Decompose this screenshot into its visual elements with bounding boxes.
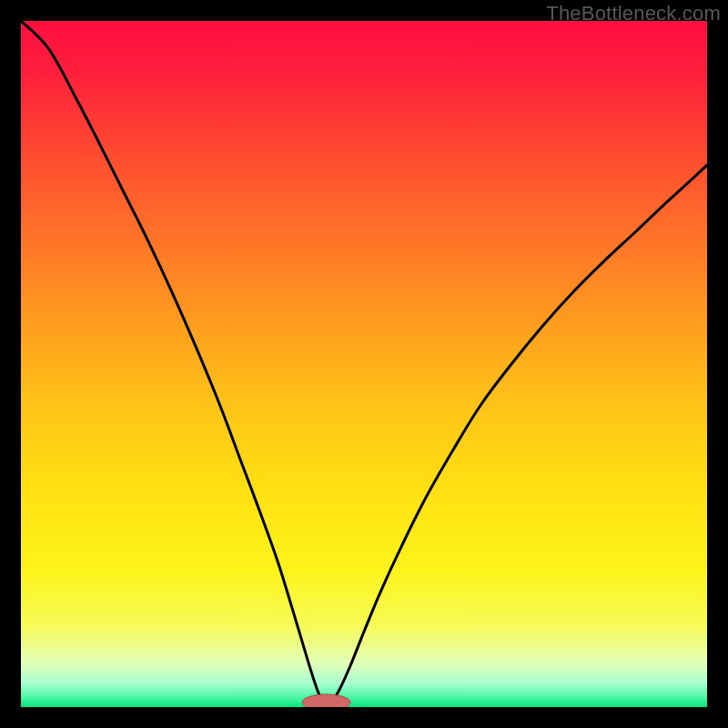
optimal-marker — [302, 694, 350, 707]
bottleneck-chart — [21, 21, 707, 707]
chart-frame — [21, 21, 707, 707]
watermark-text: TheBottleneck.com — [546, 2, 721, 25]
gradient-background — [21, 21, 707, 707]
